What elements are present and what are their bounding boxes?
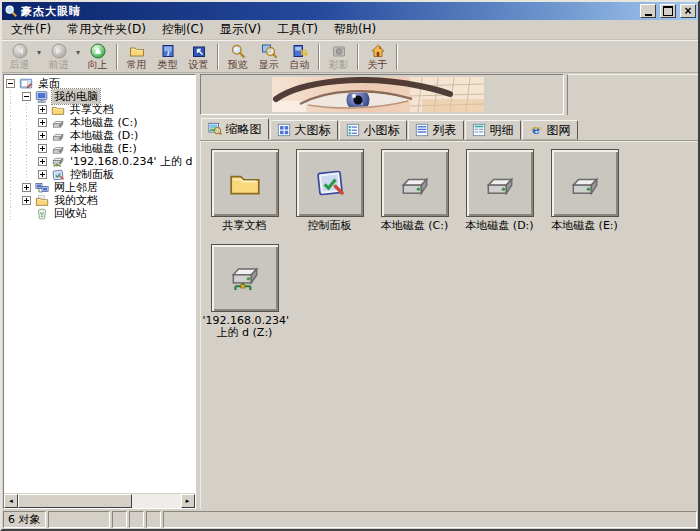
thumbnail-view-icon [208,122,222,136]
up-icon [90,43,106,59]
status-object-count: 6 对象 [3,511,46,528]
tree-collapse-minus-icon[interactable] [6,79,15,88]
tree-expand-plus-icon[interactable] [22,183,31,192]
tab-label: 缩略图 [226,121,262,138]
thumbnail-tile[interactable] [296,149,364,217]
tab-web-view[interactable]: e图网 [522,120,578,140]
file-item-label: 本地磁盘 (D:) [465,220,533,232]
toolbar-button-label: 向上 [88,59,108,70]
tree-item-10[interactable]: 回收站 [4,207,195,220]
toolbar-button-up[interactable]: 向上 [82,42,113,71]
scrollbar-track[interactable] [132,494,181,508]
banner-row [200,74,699,115]
scrollbar-thumb[interactable] [18,494,132,508]
toolbar-button-preview[interactable]: 预览 [222,42,253,71]
toolbar-button-forward[interactable]: 前进 [43,42,74,71]
tree-item-label[interactable]: 回收站 [52,206,89,221]
drive-icon [51,116,65,130]
tab-smalls-icon[interactable]: 小图标 [339,120,407,140]
drive-icon [398,166,432,200]
tree-indent-guide [20,129,36,142]
banner-panel [200,74,564,115]
network-icon [35,181,49,195]
folder-tree-pane: 桌面我的电脑共享文档本地磁盘 (C:)本地磁盘 (D:)本地磁盘 (E:)'19… [3,74,196,509]
menu-item-2[interactable]: 控制(C) [154,20,212,39]
file-item-2[interactable]: 本地磁盘 (C:) [373,149,457,232]
toolbar-button-about[interactable]: 关于 [362,42,393,71]
tree-expand-plus-icon[interactable] [38,144,47,153]
thumbnail-tile[interactable] [211,149,279,217]
tree-collapse-minus-icon[interactable] [22,92,31,101]
thumbnail-tile[interactable] [551,149,619,217]
toolbar-button-color[interactable]: 彩影 [323,42,354,71]
tree-expand-plus-icon[interactable] [38,157,47,166]
thumbnail-tile[interactable] [211,244,279,312]
thumbnail-tile[interactable] [466,149,534,217]
file-item-3[interactable]: 本地磁盘 (D:) [458,149,542,232]
tree-expand-plus-icon[interactable] [38,105,47,114]
common-folder-icon [129,43,145,59]
tab-thumbnail-view[interactable]: 缩略图 [201,118,269,140]
maximize-icon[interactable] [660,4,676,18]
menu-item-4[interactable]: 工具(T) [269,20,326,39]
thumbnail-tile[interactable] [381,149,449,217]
auto-icon [292,43,308,59]
menu-item-0[interactable]: 文件(F) [3,20,59,39]
app-magnifier-icon [4,4,18,18]
large-icons-icon [277,123,291,137]
tree-expand-plus-icon[interactable] [38,118,47,127]
toolbar-button-back[interactable]: 后退 [4,42,35,71]
minimize-icon[interactable] [640,4,656,18]
drive-icon [568,166,602,200]
close-icon[interactable] [680,4,696,18]
toolbar-separator [318,44,320,70]
dropdown-arrow-icon[interactable] [74,42,82,71]
status-cell [146,511,161,528]
toolbar-button-type[interactable]: i类型 [152,42,183,71]
tab-list-view[interactable]: 列表 [408,120,464,140]
title-bar[interactable]: 豪杰大眼睛 [2,2,698,20]
forward-icon [51,43,67,59]
tab-larges-icon[interactable]: 大图标 [270,120,338,140]
file-item-label: 本地磁盘 (E:) [551,220,618,232]
file-item-5[interactable]: '192.168.0.234' 上的 d (Z:) [203,244,287,339]
computer-icon [35,90,49,104]
network-drive-icon [51,155,65,169]
scroll-right-arrow-icon[interactable] [181,494,195,508]
tree-expand-plus-icon[interactable] [22,196,31,205]
tab-label: 列表 [433,122,457,139]
toolbar-button-label: 彩影 [329,59,349,70]
scroll-left-arrow-icon[interactable] [4,494,18,508]
toolbar-button-display[interactable]: 显示 [253,42,284,71]
menu-item-1[interactable]: 常用文件夹(D) [59,20,154,39]
about-icon [370,43,386,59]
toolbar-button-settings[interactable]: 设置 [183,42,214,71]
tab-details-view[interactable]: 明细 [465,120,521,140]
eye-banner-image [272,77,484,112]
settings-icon [191,43,207,59]
tree-indent-guide [20,168,36,181]
tab-label: 小图标 [364,122,400,139]
tree-expand-plus-icon[interactable] [38,131,47,140]
file-item-4[interactable]: 本地磁盘 (E:) [543,149,627,232]
toolbar-button-label: 类型 [158,59,178,70]
dropdown-arrow-icon[interactable] [35,42,43,71]
file-item-0[interactable]: 共享文档 [203,149,287,232]
window-body: 桌面我的电脑共享文档本地磁盘 (C:)本地磁盘 (D:)本地磁盘 (E:)'19… [2,73,698,509]
menu-item-3[interactable]: 显示(V) [212,20,270,39]
toolbar-button-common-folder[interactable]: 常用 [121,42,152,71]
tree-item-9[interactable]: 我的文档 [4,194,195,207]
tree-horizontal-scrollbar[interactable] [4,493,195,508]
network-drive-icon [228,261,262,295]
tree-indent-guide [4,142,20,155]
tree-indent-guide [4,194,20,207]
toolbar-button-auto[interactable]: 自动 [284,42,315,71]
tree-expand-plus-icon[interactable] [38,170,47,179]
tree-indent-guide [20,116,36,129]
folder-icon [51,103,65,117]
control-panel-icon [313,166,347,200]
window-title: 豪杰大眼睛 [21,4,636,19]
menu-item-5[interactable]: 帮助(H) [326,20,384,39]
file-item-1[interactable]: 控制面板 [288,149,372,232]
tree-indent-guide [4,116,20,129]
